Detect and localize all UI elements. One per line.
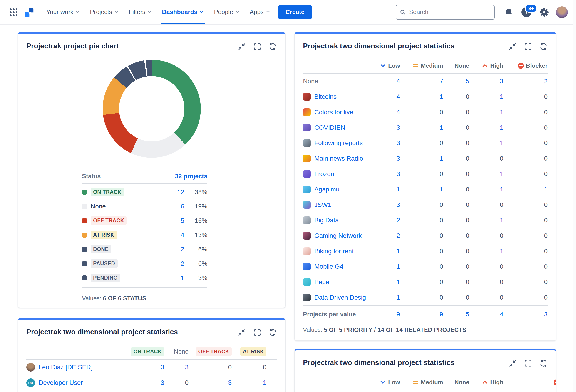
count-cell-link[interactable]: 1 [400,186,443,193]
count-cell-link[interactable]: 4 [366,93,400,100]
menu-item-apps[interactable]: Apps [245,0,275,24]
project-link[interactable]: Frozen [303,170,366,178]
menu-item-your-work[interactable]: Your work [41,0,85,24]
count-cell-link[interactable]: 1 [469,124,503,131]
project-link[interactable]: COVIDIEN [303,124,366,132]
count-cell-link[interactable]: 4 [366,78,400,85]
count-cell-link[interactable]: 5 [443,78,469,85]
project-link[interactable]: Main news Radio [303,155,366,162]
count-cell-link[interactable]: 4 [366,109,400,116]
fullscreen-icon[interactable] [524,42,532,51]
count-cell-link[interactable]: 1 [366,279,400,286]
refresh-icon[interactable] [269,328,277,336]
count-cell-link[interactable]: 1 [232,379,266,386]
count-cell-link[interactable]: 1 [469,93,503,100]
footer-count-link[interactable]: 5 [443,311,469,318]
count-cell-link[interactable]: 4 [158,231,184,239]
app-grid-icon[interactable] [7,4,20,20]
project-link[interactable]: JSW1 [303,201,366,209]
refresh-icon[interactable] [539,42,547,51]
refresh-icon[interactable] [269,42,277,51]
count-cell-link[interactable]: 1 [469,217,503,224]
count-cell-link[interactable]: 1 [469,109,503,116]
count-cell-link[interactable]: 1 [366,294,400,301]
status-label: None [82,203,158,210]
minimize-icon[interactable] [509,359,517,367]
project-link[interactable]: Pepe [303,278,366,286]
create-button[interactable]: Create [279,5,312,19]
help-icon[interactable]: ? 3+ [519,5,534,20]
notifications-bell-icon[interactable] [501,5,516,20]
user-link[interactable]: Leo Diaz [DEISER] [26,363,128,372]
menu-item-people[interactable]: People [209,0,245,24]
count-cell-link[interactable]: 1 [366,263,400,270]
search-input[interactable] [409,8,490,16]
menu-item-label: Filters [129,9,145,16]
count-cell-link[interactable]: 3 [366,155,400,162]
count-cell-link[interactable]: 2 [366,232,400,239]
minimize-icon[interactable] [238,328,246,336]
count-cell-link[interactable]: 3 [366,201,400,208]
count-cell-link[interactable]: 1 [469,140,503,147]
search-box[interactable] [396,5,495,20]
count-cell-link[interactable]: 3 [366,124,400,131]
project-link[interactable]: Big Data [303,216,366,224]
browser-scrollbar[interactable] [573,0,576,392]
count-cell-link[interactable]: 2 [503,78,547,85]
count-cell-link[interactable]: 1 [366,186,400,193]
footer-count-link[interactable]: 9 [366,311,400,318]
count-cell-link[interactable]: 3 [164,364,189,371]
project-link[interactable]: Mobile G4 [303,263,366,271]
footer-count-link[interactable]: 4 [469,311,503,318]
count-cell-link[interactable]: 3 [128,364,164,371]
count-cell-link[interactable]: 1 [400,124,443,131]
minimize-icon[interactable] [509,42,517,51]
refresh-icon[interactable] [539,359,547,367]
count-cell-link[interactable]: 1 [400,93,443,100]
footer-count-link[interactable]: 9 [400,311,443,318]
count-cell-link[interactable]: 1 [158,274,184,282]
fullscreen-icon[interactable] [524,359,532,367]
project-link[interactable]: Biking for rent [303,247,366,255]
settings-gear-icon[interactable] [537,5,551,20]
project-link[interactable]: Bitcoins [303,93,366,101]
footer-count-link[interactable]: 3 [503,311,547,318]
project-link[interactable]: Gaming Network [303,232,366,240]
menu-item-projects[interactable]: Projects [85,0,124,24]
fullscreen-icon[interactable] [253,42,261,51]
user-avatar[interactable] [556,6,568,18]
count-cell-link[interactable]: 2 [158,246,184,253]
count-cell-link[interactable]: 1 [503,186,547,193]
minimize-icon[interactable] [238,42,246,51]
user-link[interactable]: DUDeveloper User [26,378,128,387]
status-donut-chart[interactable] [103,60,201,158]
table-row: Pepe10000 [303,274,547,290]
count-cell-link[interactable]: 2 [158,260,184,267]
count-cell-link[interactable]: 2 [366,217,400,224]
row-name-text: COVIDIEN [314,124,345,131]
count-cell-link[interactable]: 1 [469,186,503,193]
count-cell-link[interactable]: 5 [158,217,184,224]
jira-logo[interactable] [22,4,36,20]
count-cell-link[interactable]: 1 [400,155,443,162]
menu-item-filters[interactable]: Filters [124,0,157,24]
project-link[interactable]: Following reports [303,139,366,147]
project-link[interactable]: Agapimu [303,186,366,193]
count-cell-link[interactable]: 7 [400,78,443,85]
count-cell-link[interactable]: 3 [366,140,400,147]
count-cell-link[interactable]: 1 [469,248,503,255]
project-link[interactable]: Data Driven Design [303,294,366,301]
menu-item-dashboards[interactable]: Dashboards [157,0,209,24]
fullscreen-icon[interactable] [253,328,261,336]
count-cell-link[interactable]: 3 [189,379,232,386]
count-cell-link[interactable]: 3 [366,170,400,178]
project-link[interactable]: Colors for live [303,108,366,116]
count-cell-link[interactable]: 12 [158,189,184,196]
count-cell-link[interactable]: 1 [366,248,400,255]
count-cell-link[interactable]: 3 [469,78,503,85]
count-cell-link[interactable]: 1 [469,170,503,178]
count-cell-link[interactable]: 3 [128,379,164,386]
total-projects-link[interactable]: 32 projects [158,173,207,180]
row-name-text: Frozen [314,170,334,178]
count-cell-link[interactable]: 6 [158,203,184,210]
